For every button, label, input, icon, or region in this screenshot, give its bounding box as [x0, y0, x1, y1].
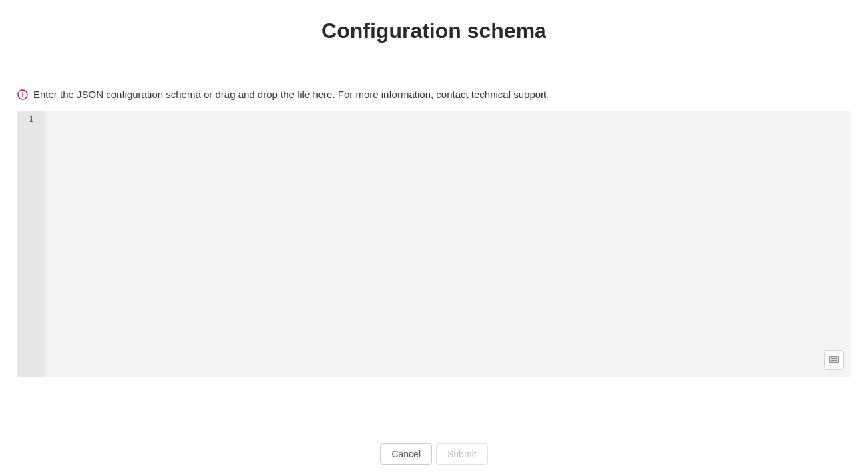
line-number: 1: [17, 113, 45, 125]
svg-point-2: [22, 91, 23, 93]
footer-bar: Cancel Submit: [0, 431, 868, 476]
page-title: Configuration schema: [0, 0, 868, 43]
editor-gutter: 1: [17, 111, 45, 377]
keyboard-icon: [829, 354, 839, 367]
cancel-button[interactable]: Cancel: [380, 443, 432, 465]
info-icon: [17, 89, 28, 100]
json-editor[interactable]: 1: [17, 111, 851, 377]
content-area: Enter the JSON configuration schema or d…: [0, 87, 868, 377]
svg-rect-3: [830, 356, 839, 362]
keyboard-shortcuts-button[interactable]: [824, 350, 844, 370]
submit-button[interactable]: Submit: [436, 443, 488, 465]
info-text: Enter the JSON configuration schema or d…: [33, 87, 549, 101]
json-editor-textarea[interactable]: [45, 111, 851, 377]
info-row: Enter the JSON configuration schema or d…: [17, 87, 851, 101]
